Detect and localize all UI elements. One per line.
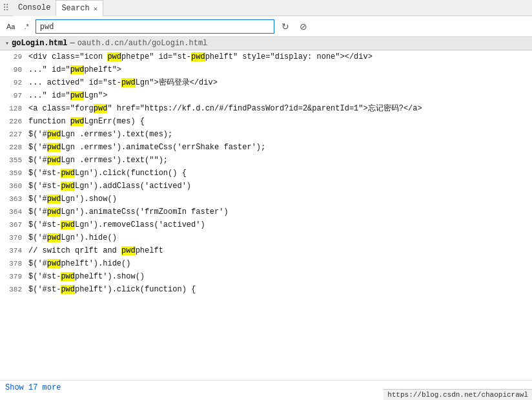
line-content: $('#pwdLgn .errmes').text(mes);	[28, 129, 172, 140]
search-match: pwd	[61, 272, 75, 281]
line-content: ..." id="pwdLgn">	[28, 90, 107, 101]
bottom-url-bar: https://blog.csdn.net/chaopicrawl	[384, 389, 532, 400]
line-content: ... actived" id="st-pwdLgn">密码登录</div>	[28, 77, 218, 89]
table-row[interactable]: 379$('#st-pwdphelft').show()	[0, 270, 532, 283]
tab-bar: ⠿ Console Search ✕	[0, 0, 532, 16]
line-number: 364	[5, 206, 28, 218]
line-number: 382	[5, 284, 28, 295]
search-match: pwd	[61, 182, 75, 191]
table-row[interactable]: 228$('#pwdLgn .errmes').animateCss('errS…	[0, 141, 532, 154]
search-match: pwd	[107, 52, 121, 61]
line-content: ..." id="pwdphelft">	[28, 64, 121, 76]
table-row[interactable]: 359$('#st-pwdLgn').click(function() {	[0, 167, 532, 180]
line-number: 367	[5, 219, 28, 231]
regex-button[interactable]: .*	[21, 21, 31, 32]
line-number: 379	[5, 271, 28, 282]
table-row[interactable]: 92... actived" id="st-pwdLgn">密码登录</div>	[0, 76, 532, 89]
tab-search-close[interactable]: ✕	[94, 5, 98, 13]
line-number: 360	[5, 180, 28, 192]
line-content: $('#pwdphelft').hide()	[28, 258, 130, 269]
file-name: goLogin.html	[12, 39, 67, 48]
line-content: $('#st-pwdLgn').addClass('actived')	[28, 180, 191, 192]
table-row[interactable]: 364$('#pwdLgn').animateCss('frmZoomIn fa…	[0, 205, 532, 218]
line-number: 228	[5, 142, 28, 153]
file-path: oauth.d.cn/auth/goLogin.html	[77, 39, 208, 48]
cancel-button[interactable]: ⊘	[296, 19, 311, 34]
search-match: pwd	[61, 169, 75, 178]
line-content: $('#pwdLgn').animateCss('frmZoomIn faste…	[28, 206, 229, 218]
results-container: 29<div class="icon pwdphetpe" id="st-pwd…	[0, 50, 532, 380]
collapse-arrow[interactable]: ▾	[5, 39, 9, 47]
line-content: $('#st-pwdLgn').click(function() {	[28, 167, 187, 179]
line-number: 374	[5, 245, 28, 257]
line-number: 128	[5, 103, 28, 114]
line-number: 355	[5, 154, 28, 166]
table-row[interactable]: 355$('#pwdLgn .errmes').text("");	[0, 154, 532, 167]
line-number: 29	[5, 51, 28, 63]
line-number: 227	[5, 129, 28, 140]
line-content: $('#pwdLgn').show()	[28, 193, 117, 205]
line-number: 363	[5, 193, 28, 205]
refresh-button[interactable]: ↻	[278, 19, 292, 34]
line-content: $('#st-pwdphelft').show()	[28, 271, 145, 282]
search-match: pwd	[191, 52, 205, 61]
tab-console[interactable]: Console	[13, 0, 56, 16]
line-content: $('#pwdLgn .errmes').animateCss('errShak…	[28, 142, 265, 153]
table-row[interactable]: 360$('#st-pwdLgn').addClass('actived')	[0, 180, 532, 193]
line-number: 90	[5, 64, 28, 76]
line-number: 378	[5, 258, 28, 269]
table-row[interactable]: 226function pwdLgnErr(mes) {	[0, 115, 532, 128]
line-content: <a class="forgpwd" href="https://kf.d.cn…	[28, 103, 422, 114]
line-number: 97	[5, 90, 28, 101]
drag-handle: ⠿	[3, 3, 13, 14]
search-toolbar: Aa .* ↻ ⊘	[0, 16, 532, 37]
table-row[interactable]: 367$('#st-pwdLgn').removeClass('actived'…	[0, 218, 532, 231]
line-content: // switch qrlft and pwdphelft	[28, 245, 163, 257]
line-content: function pwdLgnErr(mes) {	[28, 116, 145, 127]
search-match: pwd	[47, 259, 61, 268]
table-row[interactable]: 90..." id="pwdphelft">	[0, 63, 532, 76]
line-content: $('#st-pwdLgn').removeClass('actived')	[28, 219, 205, 231]
line-number: 92	[5, 77, 28, 89]
search-match: pwd	[70, 65, 85, 74]
table-row[interactable]: 128<a class="forgpwd" href="https://kf.d…	[0, 102, 532, 115]
file-separator: —	[70, 39, 74, 48]
table-row[interactable]: 97..." id="pwdLgn">	[0, 89, 532, 102]
bottom-url: https://blog.csdn.net/chaopicrawl	[387, 391, 528, 399]
search-match: pwd	[61, 285, 75, 294]
line-number: 226	[5, 116, 28, 127]
search-match: pwd	[47, 207, 61, 216]
search-input[interactable]	[36, 19, 274, 34]
search-match: pwd	[70, 91, 85, 100]
table-row[interactable]: 363$('#pwdLgn').show()	[0, 193, 532, 205]
line-number: 359	[5, 167, 28, 179]
line-content: $('#pwdLgn .errmes').text("");	[28, 154, 168, 166]
search-match: pwd	[121, 246, 136, 255]
match-case-button[interactable]: Aa	[4, 21, 17, 32]
search-match: pwd	[61, 220, 75, 229]
table-row[interactable]: 370$('#pwdLgn').hide()	[0, 231, 532, 244]
line-content: $('#pwdLgn').hide()	[28, 232, 117, 244]
table-row[interactable]: 227$('#pwdLgn .errmes').text(mes);	[0, 128, 532, 141]
tab-search-label: Search	[61, 4, 89, 13]
line-content: <div class="icon pwdphetpe" id="st-pwdph…	[28, 51, 373, 63]
file-header: ▾ goLogin.html — oauth.d.cn/auth/goLogin…	[0, 37, 532, 50]
line-content: $('#st-pwdphelft').click(function) {	[28, 284, 196, 295]
table-row[interactable]: 378$('#pwdphelft').hide()	[0, 257, 532, 270]
search-match: pwd	[47, 156, 61, 165]
table-row[interactable]: 374// switch qrlft and pwdphelft	[0, 244, 532, 257]
tab-search[interactable]: Search ✕	[56, 0, 103, 16]
search-match: pwd	[94, 104, 108, 113]
search-match: pwd	[70, 117, 85, 126]
table-row[interactable]: 382$('#st-pwdphelft').click(function) {	[0, 283, 532, 296]
search-match: pwd	[47, 195, 61, 204]
line-number: 370	[5, 232, 28, 244]
search-match: pwd	[47, 143, 61, 152]
table-row[interactable]: 29<div class="icon pwdphetpe" id="st-pwd…	[0, 50, 532, 63]
search-match: pwd	[121, 78, 136, 87]
search-match: pwd	[47, 130, 61, 139]
search-match: pwd	[47, 233, 61, 242]
tab-console-label: Console	[18, 3, 50, 12]
